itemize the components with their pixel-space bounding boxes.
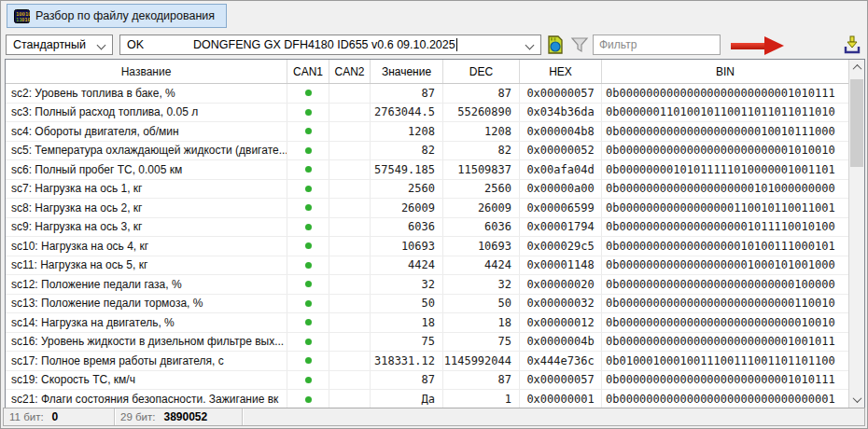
column-header-can2[interactable]: CAN2 [329,60,371,83]
dec-cell: 11509837 [443,160,520,179]
annotation-arrow-icon [731,36,784,55]
decode-file-name: DONGFENG GX DFH4180 ID655 v0.6 09.10.202… [193,38,455,51]
chevron-down-icon [525,41,535,50]
table-body: sc2: Уровень топлива в баке, % 87 87 0x0… [6,84,848,408]
dec-cell: 87 [443,371,520,390]
table-row[interactable]: sc2: Уровень топлива в баке, % 87 87 0x0… [6,84,848,104]
can1-indicator-cell [287,275,329,294]
can2-indicator-cell [329,142,371,160]
dec-cell: 2560 [443,180,520,199]
green-dot-icon [305,281,312,287]
can1-indicator-cell [287,218,329,237]
tab-label: Разбор по файлу декодирования [35,9,215,22]
table-row[interactable]: sc8: Нагрузка на ось 2, кг 26009 26009 0… [6,199,848,218]
table-row[interactable]: sc5: Температура охлаждающей жидкости (д… [6,142,848,161]
table-row[interactable]: sc17: Полное время работы двигателя, с 3… [6,352,848,371]
chevron-down-icon [97,41,106,50]
table-row[interactable]: sc4: Обороты двигателя, об/мин 1208 1208… [6,122,848,142]
decode-status: OK [127,38,193,51]
table-row[interactable]: sc21: Флаги состояния безопасности. Зажи… [6,390,848,408]
dec-cell: 1 [443,390,520,408]
can2-indicator-cell [329,390,371,408]
dec-cell: 6036 [443,218,520,237]
load-file-button[interactable] [544,35,566,56]
value-cell: 6036 [371,218,443,237]
status-bar: 11 бит: 0 29 бит: 3890052 [3,408,865,426]
table-row[interactable]: sc13: Положение педали тормоза, % 50 50 … [6,295,848,314]
can1-indicator-cell [287,104,329,122]
bin-cell: 0b00000000000000000000000001010111 [602,84,848,103]
table-row[interactable]: sc14: Нагрузка на двигатель, % 18 18 0x0… [6,313,848,333]
can2-indicator-cell [329,199,371,217]
column-header-value[interactable]: Значение [371,60,443,83]
bin-cell: 0b00000011010010110011011011011010 [602,104,848,122]
column-header-bin[interactable]: BIN [602,60,848,83]
table-row[interactable]: sc16: Уровень жидкости в дизельном фильт… [6,333,848,353]
signal-name-cell: sc16: Уровень жидкости в дизельном фильт… [6,333,287,352]
green-dot-icon [305,90,312,96]
can1-indicator-cell [287,390,329,408]
signal-name-cell: sc11: Нагрузка на ось 5, кг [6,256,287,275]
signal-name-cell: sc17: Полное время работы двигателя, с [6,352,287,370]
signal-name-cell: sc8: Нагрузка на ось 2, кг [6,199,287,217]
hex-cell: 0x034b36da [520,104,602,122]
bin-cell: 0b00000000000000000000010010111000 [602,122,848,141]
tab-bar: 10010 11 010 Разбор по файлу декодирован… [1,1,867,28]
binary-decoder-icon: 10010 11 010 [14,9,30,23]
can2-indicator-cell [329,180,371,199]
decode-file-combo[interactable]: OK DONGFENG GX DFH4180 ID655 v0.6 09.10.… [119,35,541,55]
can2-indicator-cell [329,313,371,332]
column-header-hex[interactable]: HEX [520,60,602,83]
green-dot-icon [305,224,312,230]
green-dot-icon [305,204,312,211]
tab-decode-file[interactable]: 10010 11 010 Разбор по файлу декодирован… [7,4,227,28]
column-header-can1[interactable]: CAN1 [287,60,329,83]
column-header-dec[interactable]: DEC [443,60,520,83]
value-cell: 82 [371,142,443,160]
can1-indicator-cell [287,237,329,256]
scroll-down-button[interactable] [849,392,864,408]
toolbar: Стандартный OK DONGFENG GX DFH4180 ID655… [1,28,867,59]
status-11bit: 11 бит: 0 [4,408,114,425]
can1-indicator-cell [287,295,329,313]
signal-name-cell: sc21: Флаги состояния безопасности. Зажи… [6,390,287,408]
hex-cell: 0x00000052 [520,142,602,160]
table-row[interactable]: sc12: Положение педали газа, % 32 32 0x0… [6,275,848,295]
can2-indicator-cell [329,160,371,179]
bin-cell: 0b00000000000000000010100111000101 [602,237,848,256]
can1-indicator-cell [287,256,329,275]
table-row[interactable]: sc11: Нагрузка на ось 5, кг 4424 4424 0x… [6,256,848,276]
scrollbar-thumb[interactable] [850,79,863,167]
dec-cell: 50 [443,295,520,313]
export-button[interactable] [840,34,864,58]
app-window: 10010 11 010 Разбор по файлу декодирован… [0,0,868,429]
svg-text:010: 010 [21,16,30,21]
signal-name-cell: sc6: Полный пробег ТС, 0.005 км [6,160,287,179]
profile-select[interactable]: Стандартный [6,35,113,55]
scroll-up-button[interactable] [849,60,864,76]
table-row[interactable]: sc19: Скорость ТС, км/ч 87 87 0x00000057… [6,371,848,391]
can1-indicator-cell [287,371,329,390]
bin-cell: 0b00000000000000000000000000100000 [602,275,848,294]
signal-name-cell: sc4: Обороты двигателя, об/мин [6,122,287,141]
status-29bit-value: 3890052 [163,410,207,423]
can2-indicator-cell [329,122,371,141]
table-row[interactable]: sc6: Полный пробег ТС, 0.005 км 57549.18… [6,160,848,180]
table-row[interactable]: sc7: Нагрузка на ось 1, кг 2560 2560 0x0… [6,180,848,200]
value-cell: 18 [371,313,443,332]
column-header-name[interactable]: Название [6,60,287,83]
bin-cell: 0b01000100010011100111001101101100 [602,352,848,370]
dec-cell: 4424 [443,256,520,275]
vertical-scrollbar[interactable] [848,60,864,408]
table-row[interactable]: sc3: Полный расход топлива, 0.05 л 27630… [6,104,848,123]
table-row[interactable]: sc10: Нагрузка на ось 4, кг 10693 10693 … [6,237,848,256]
green-dot-icon [305,166,312,173]
filter-input[interactable] [593,35,721,55]
bin-cell: 0b00000000000000000000000000010010 [602,313,848,332]
table-row[interactable]: sc9: Нагрузка на ось 3, кг 6036 6036 0x0… [6,218,848,238]
green-dot-icon [305,128,312,134]
green-dot-icon [305,262,312,269]
dec-cell: 26009 [443,199,520,217]
green-dot-icon [305,147,312,154]
dec-cell: 18 [443,313,520,332]
